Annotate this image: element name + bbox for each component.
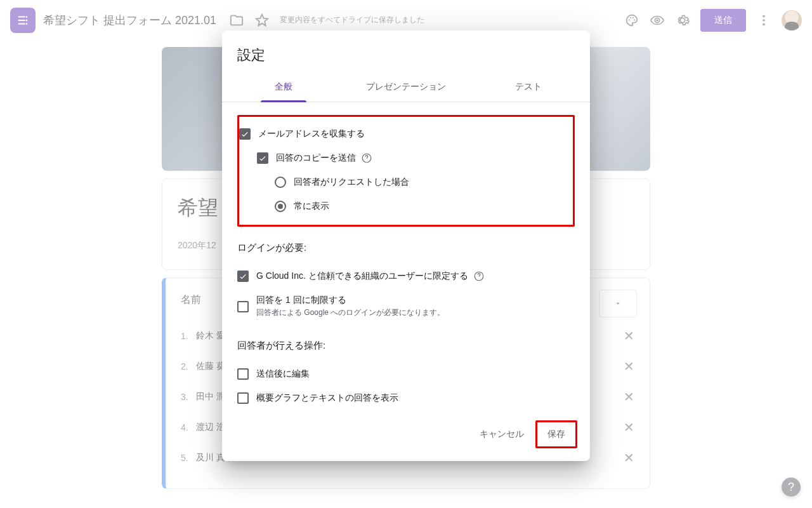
tab-presentation[interactable]: プレゼンテーション <box>344 72 467 102</box>
checkbox-collect-email[interactable] <box>239 128 251 140</box>
row-edit-after[interactable]: 送信後に編集 <box>237 362 575 386</box>
label-send-copy: 回答のコピーを送信 <box>276 152 356 164</box>
help-icon[interactable] <box>473 271 485 282</box>
label-restrict-org: G Cloud Inc. と信頼できる組織のユーザーに限定する <box>256 271 468 282</box>
row-show-summary[interactable]: 概要グラフとテキストの回答を表示 <box>237 386 575 410</box>
cancel-button[interactable]: キャンセル <box>471 424 533 445</box>
tab-general[interactable]: 全般 <box>222 72 344 102</box>
row-on-request[interactable]: 回答者がリクエストした場合 <box>239 170 573 194</box>
dialog-title: 設定 <box>222 30 590 72</box>
label-on-request: 回答者がリクエストした場合 <box>294 177 409 188</box>
checkbox-limit-one[interactable] <box>237 301 249 312</box>
row-always[interactable]: 常に表示 <box>239 194 573 218</box>
highlight-collect-email: メールアドレスを収集する 回答のコピーを送信 回答者がリクエストした場合 常に表… <box>237 115 575 227</box>
dialog-tabs: 全般 プレゼンテーション テスト <box>222 72 590 102</box>
radio-always[interactable] <box>275 201 286 212</box>
label-limit-one: 回答を 1 回に制限する <box>256 295 445 306</box>
row-restrict-org[interactable]: G Cloud Inc. と信頼できる組織のユーザーに限定する <box>237 264 575 288</box>
radio-on-request[interactable] <box>275 177 286 188</box>
checkbox-restrict-org[interactable] <box>237 271 249 282</box>
tab-test[interactable]: テスト <box>468 72 590 102</box>
row-limit-one[interactable]: 回答を 1 回に制限する 回答者による Google へのログインが必要になりま… <box>237 288 575 324</box>
save-button[interactable]: 保存 <box>537 422 575 446</box>
settings-dialog: 設定 全般 プレゼンテーション テスト メールアドレスを収集する 回答のコピーを… <box>222 30 590 461</box>
label-collect-email: メールアドレスを収集する <box>258 128 365 140</box>
row-collect-email[interactable]: メールアドレスを収集する <box>239 122 573 146</box>
label-limit-one-sub: 回答者による Google へのログインが必要になります。 <box>256 307 445 318</box>
checkbox-edit-after[interactable] <box>237 368 249 380</box>
section-respondent: 回答者が行える操作: <box>237 340 575 352</box>
label-always: 常に表示 <box>294 201 329 212</box>
highlight-save: 保存 <box>535 420 577 448</box>
checkbox-send-copy[interactable] <box>257 152 268 164</box>
modal-overlay: 設定 全般 プレゼンテーション テスト メールアドレスを収集する 回答のコピーを… <box>0 0 812 508</box>
checkbox-show-summary[interactable] <box>237 392 249 404</box>
help-icon[interactable] <box>361 152 372 164</box>
label-edit-after: 送信後に編集 <box>256 368 310 380</box>
row-send-copy[interactable]: 回答のコピーを送信 <box>239 146 573 170</box>
label-show-summary: 概要グラフとテキストの回答を表示 <box>256 392 398 404</box>
dialog-actions: キャンセル 保存 <box>222 410 590 461</box>
section-login: ログインが必要: <box>237 242 575 254</box>
